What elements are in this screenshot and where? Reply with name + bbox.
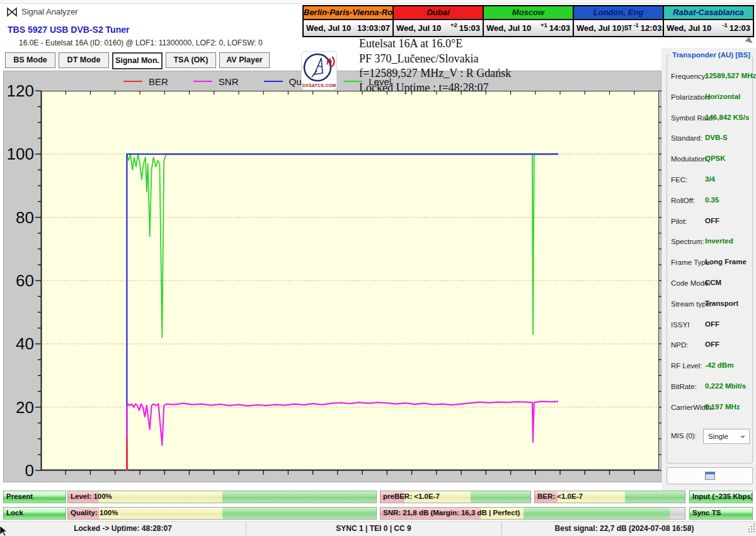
clock-city-label: Moscow: [484, 6, 573, 19]
legend-label: BER: [149, 76, 168, 87]
tp-row-npd: NPD:OFF: [667, 335, 753, 356]
clock-time: 13:03:07: [357, 23, 390, 33]
tp-value: Transport: [705, 300, 738, 307]
clock-city-label: Rabat-Casablanca: [664, 6, 753, 19]
tp-label: ISSYI: [671, 321, 689, 329]
tuner-title: TBS 5927 USB DVB-S2 Tuner: [8, 25, 129, 35]
clock-offset-sup: -1: [633, 21, 638, 28]
level-bar: Level: 100%: [67, 491, 377, 503]
tp-label: BitRate:: [671, 383, 697, 390]
clock-rabat-casablanca: Rabat-CasablancaWed, Jul 10-112:03: [664, 6, 753, 36]
tab-bs-mode[interactable]: BS Mode: [5, 52, 55, 68]
clock-city-label: Berlin-Paris-Vienna-Roma: [304, 6, 392, 19]
clock-date: Wed, Jul 10: [306, 23, 351, 33]
tp-row-polarization: Polarization:Horizontal: [667, 88, 753, 108]
signal-analyzer-icon: [6, 6, 18, 18]
tp-label: FEC:: [671, 176, 687, 184]
tp-row-bitrate: BitRate:0,222 Mbit/s: [667, 377, 753, 398]
tab-dt-mode[interactable]: DT Mode: [59, 52, 109, 68]
overlay-satellite: Eutelsat 16A at 16.0°E: [359, 37, 462, 50]
y-tick-60: 60: [4, 272, 34, 289]
legend-line-quality: [264, 81, 283, 82]
tp-value: Long Frame: [705, 258, 747, 265]
signal-chart-panel: BERSNRQualityLevel 020406080100120: [3, 71, 662, 482]
tp-row-carrierwidth: CarrierWidth:0,197 MHz: [667, 398, 753, 419]
legend-label: SNR: [219, 76, 239, 87]
tab-tsa-ok[interactable]: TSA (OK): [166, 52, 216, 68]
legend-line-snr: [193, 81, 212, 82]
present-indicator: Present: [3, 491, 66, 503]
clock-time-row: Wed, Jul 10)ST-112:03:07: [574, 19, 663, 36]
status-best-signal: Best signal: 22,7 dB (2024-07-08 16:58): [501, 521, 747, 536]
clock-time-row: Wed, Jul 10+215:03: [394, 19, 483, 36]
tp-label: RollOff:: [671, 197, 695, 204]
y-tick-0: 0: [4, 462, 34, 479]
series-level: [127, 154, 558, 337]
tp-value: 0,222 Mbit/s: [705, 382, 746, 390]
y-tick-120: 120: [4, 82, 34, 100]
mode-tabs: BS ModeDT ModeSignal Mon.TSA (OK)AV Play…: [5, 52, 270, 70]
overlay-station: PF 370_Lučenec/Slovakia: [359, 52, 478, 66]
list-icon: [705, 472, 715, 480]
tp-value: Inverted: [705, 237, 733, 245]
status-sync: SYNC 1 | TEI 0 | CC 9: [246, 521, 501, 536]
chevron-down-icon: [740, 436, 745, 438]
clock-time: 15:03: [459, 23, 480, 33]
satellite-dish-icon: [302, 52, 336, 82]
chart-legend: BERSNRQualityLevel: [123, 76, 391, 87]
clock-offset: )ST: [622, 25, 632, 32]
transponder-list-button[interactable]: [667, 467, 753, 484]
clock-berlin-paris-vienna-roma: Berlin-Paris-Vienna-RomaWed, Jul 1013:03…: [304, 6, 392, 36]
mis-dropdown[interactable]: Single: [703, 429, 750, 444]
dxsatcs-logo: DXSATCS.COM: [301, 51, 337, 90]
dxsatcs-logo-text: DXSATCS.COM: [302, 83, 336, 88]
tp-value: OFF: [705, 217, 719, 224]
quality-bar: Quality: 100%: [67, 507, 377, 520]
series-quality: [127, 154, 558, 470]
clock-time: 12:03: [730, 23, 750, 33]
y-tick-20: 20: [4, 399, 34, 416]
y-tick-40: 40: [4, 335, 34, 352]
tp-row-symbol-rate: Symbol Rate:146,842 KS/s: [667, 108, 753, 129]
clock-date: Wed, Jul 10: [576, 23, 621, 33]
tuner-subtitle: 16.0E - Eutelsat 16A (ID: 0160) @ LOF1: …: [19, 38, 263, 47]
tab-av-player[interactable]: AV Player: [219, 52, 270, 68]
tp-value: -42 dBm: [705, 361, 733, 369]
tp-row-rf-level: RF Level:-42 dBm: [667, 356, 753, 377]
world-clocks-panel: Berlin-Paris-Vienna-RomaWed, Jul 1013:03…: [302, 5, 754, 37]
tp-row-mis: MIS (0):Single: [667, 428, 753, 453]
clock-time-row: Wed, Jul 10-112:03: [664, 19, 753, 36]
tp-value: 0,197 MHz: [705, 403, 740, 411]
status-divider: [501, 522, 502, 535]
tp-row-standard: Standard:DVB-S: [667, 129, 753, 149]
transponder-title: Transponder (AU) [BS]: [670, 51, 752, 59]
clock-offset-sup: -1: [722, 21, 727, 28]
tp-value: CCM: [705, 279, 721, 286]
tab-signal-mon[interactable]: Signal Mon.: [112, 52, 163, 69]
tp-label: Pilot:: [671, 218, 687, 225]
clock-date: Wed, Jul 10: [396, 23, 441, 33]
status-divider: [246, 522, 246, 535]
tp-row-rolloff: RollOff:0.35: [667, 191, 753, 212]
overlay-uptime: Locked Uptime : t=48:28:07: [359, 81, 489, 95]
tp-row-fec: FEC:3/4: [667, 170, 753, 191]
tp-value: OFF: [705, 341, 719, 348]
window-title: Signal Analyzer: [21, 4, 78, 20]
legend-item-ber: BER: [123, 76, 168, 87]
series-ber: [127, 439, 127, 470]
tp-row-code-mode: Code Mode:CCM: [667, 274, 753, 294]
clock-date: Wed, Jul 10: [667, 23, 711, 33]
clock-city-label: London, Eng: [574, 6, 663, 19]
tp-row-spectrum: Spectrum:Inverted: [667, 232, 753, 253]
legend-line-ber: [123, 81, 142, 82]
tp-value: DVB-S: [705, 134, 728, 141]
ber-bar: BER: <1.0E-7: [534, 491, 685, 503]
overlay-frequency: f=12589,527 MHz_V : R Gdańsk: [359, 67, 511, 80]
tp-label: Spectrum:: [671, 238, 704, 245]
clock-time-row: Wed, Jul 10+114:03: [484, 19, 573, 36]
clock-london-eng: London, EngWed, Jul 10)ST-112:03:07: [574, 6, 663, 36]
signal-chart: [41, 91, 659, 470]
lock-indicator: Lock: [3, 507, 66, 520]
tp-row-issyi: ISSYIOFF: [667, 315, 753, 336]
resize-grip[interactable]: [748, 528, 750, 530]
